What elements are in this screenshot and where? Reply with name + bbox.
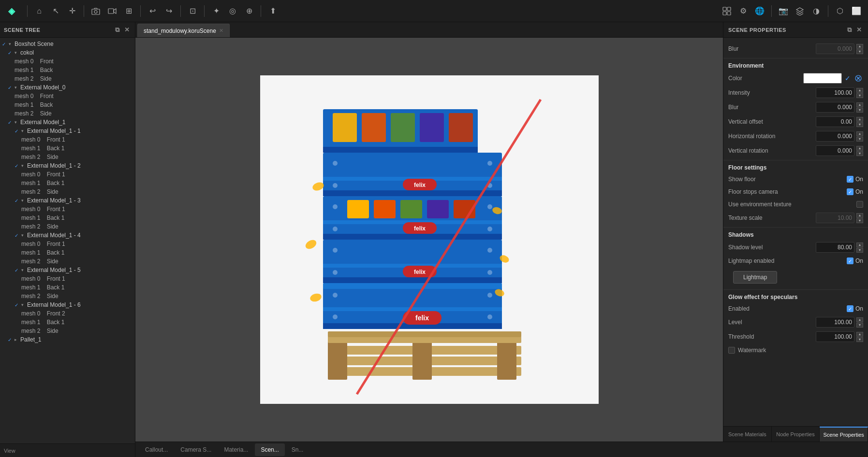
glow-threshold-input[interactable] — [816, 331, 854, 342]
list-item[interactable]: mesh 1 Back 1 — [0, 318, 135, 327]
select-icon[interactable]: ↖ — [49, 4, 62, 18]
add-view-icon[interactable]: ⊞ — [122, 4, 135, 18]
env-hrot-increment[interactable]: ▲ — [856, 131, 863, 136]
list-item[interactable]: mesh 1 Back 1 — [0, 283, 135, 292]
transform-icon[interactable]: ✦ — [209, 4, 223, 18]
tab-camera-s[interactable]: Camera S... — [175, 443, 217, 456]
list-item[interactable]: mesh 2 Side — [0, 327, 135, 335]
list-item[interactable]: mesh 0 Front 2 — [0, 309, 135, 318]
tab-close-icon[interactable]: ✕ — [219, 28, 223, 34]
list-item[interactable]: mesh 1 Back 1 — [0, 214, 135, 222]
texture-scale-decrement[interactable]: ▼ — [856, 218, 863, 223]
list-item[interactable]: ✓ ▾ External Model_1 - 1 — [0, 127, 135, 135]
list-item[interactable]: mesh 1 Back 1 — [0, 248, 135, 257]
list-item[interactable]: mesh 2 Side — [0, 187, 135, 196]
settings-icon[interactable]: ⚙ — [736, 4, 750, 18]
list-item[interactable]: mesh 1 Back — [0, 100, 135, 109]
list-item[interactable]: mesh 2 Side — [0, 109, 135, 118]
scene-view-icon[interactable] — [720, 4, 734, 18]
env-blur-decrement[interactable]: ▼ — [856, 108, 863, 113]
env-color-reset-icon[interactable] — [853, 73, 863, 84]
tab-scen[interactable]: Scen... — [255, 443, 284, 456]
lightmap-enabled-checkbox[interactable]: ✓ — [847, 257, 853, 264]
material2-icon[interactable]: ◎ — [226, 4, 239, 18]
list-item[interactable]: mesh 0 Front 1 — [0, 240, 135, 248]
env-blur-input[interactable] — [816, 102, 854, 113]
list-item[interactable]: ✓ ▾ External Model_1 - 6 — [0, 300, 135, 309]
scene-tree-content[interactable]: ✓ ▾ Boxshot Scene ✓ ▾ cokol mesh 0 Front… — [0, 38, 135, 443]
env-color-pick-icon[interactable]: ✓ — [843, 73, 853, 84]
viewport-canvas[interactable]: felix — [135, 38, 723, 442]
tab-materia[interactable]: Materia... — [218, 443, 254, 456]
scene-tree-close[interactable]: ✕ — [123, 26, 131, 34]
list-item[interactable]: ✓ ▾ External Model_1 - 3 — [0, 196, 135, 205]
floor-stops-camera-checkbox[interactable]: ✓ — [847, 188, 853, 195]
list-item[interactable]: mesh 1 Back 1 — [0, 144, 135, 153]
blur-top-decrement[interactable]: ▼ — [856, 49, 863, 54]
list-item[interactable]: ✓ ▾ External Model_1 - 5 — [0, 266, 135, 274]
properties-maximize[interactable]: ⧉ — [846, 26, 853, 34]
blur-top-increment[interactable]: ▲ — [856, 44, 863, 49]
move-icon[interactable]: ✛ — [65, 4, 79, 18]
blur-top-input[interactable] — [816, 43, 854, 54]
env-vrot-input[interactable] — [816, 145, 854, 156]
watermark-checkbox[interactable] — [728, 347, 735, 354]
list-item[interactable]: mesh 0 Front 1 — [0, 205, 135, 214]
env-intensity-input[interactable] — [816, 87, 854, 98]
texture-scale-input[interactable] — [816, 213, 854, 223]
scene-tree-maximize[interactable]: ⧉ — [114, 26, 121, 34]
list-item[interactable]: mesh 2 Side — [0, 74, 135, 83]
list-item[interactable]: mesh 1 Back — [0, 66, 135, 74]
list-item[interactable]: mesh 0 Front 1 — [0, 135, 135, 144]
list-item[interactable]: mesh 1 Back 1 — [0, 179, 135, 187]
home-icon[interactable]: ⌂ — [32, 4, 46, 18]
list-item[interactable]: mesh 0 Front 1 — [0, 274, 135, 283]
tab-scene-materials[interactable]: Scene Materials — [723, 427, 772, 442]
undo-icon[interactable]: ↩ — [146, 4, 159, 18]
view-link[interactable]: View — [4, 448, 15, 454]
glow-level-increment[interactable]: ▲ — [856, 317, 863, 322]
tab-callout[interactable]: Callout... — [139, 443, 174, 456]
list-item[interactable]: ✓ ▾ Boxshot Scene — [0, 40, 135, 48]
list-item[interactable]: ✓ ▾ External Model_1 - 2 — [0, 161, 135, 170]
viewport-tab-main[interactable]: stand_modulowy.koruScene ✕ — [137, 24, 230, 37]
list-item[interactable]: ✓ ▸ Pallet_1 — [0, 335, 135, 344]
env-voffset-decrement[interactable]: ▼ — [856, 122, 863, 127]
layers2-icon[interactable] — [793, 4, 807, 18]
glow-threshold-increment[interactable]: ▲ — [856, 332, 863, 337]
shadow-level-increment[interactable]: ▲ — [856, 243, 863, 247]
list-item[interactable]: mesh 0 Front — [0, 57, 135, 66]
redo-icon[interactable]: ↪ — [162, 4, 176, 18]
show-floor-checkbox[interactable]: ✓ — [847, 176, 853, 183]
env-intensity-increment[interactable]: ▲ — [856, 88, 863, 93]
tab-node-properties[interactable]: Node Properties — [772, 427, 820, 442]
env-hrot-decrement[interactable]: ▼ — [856, 137, 863, 142]
list-item[interactable]: mesh 0 Front — [0, 92, 135, 100]
env-hrot-input[interactable] — [816, 131, 854, 142]
list-item[interactable]: mesh 2 Side — [0, 153, 135, 161]
glow-level-input[interactable] — [816, 317, 854, 328]
list-item[interactable]: mesh 0 Front 1 — [0, 170, 135, 179]
glow-enabled-checkbox[interactable]: ✓ — [847, 305, 853, 312]
glow-level-decrement[interactable]: ▼ — [856, 323, 863, 328]
cam-icon[interactable]: 📷 — [777, 4, 790, 18]
render2-icon[interactable]: ◑ — [809, 4, 823, 18]
list-item[interactable]: ✓ ▾ External Model_1 - 4 — [0, 231, 135, 240]
env-blur-increment[interactable]: ▲ — [856, 102, 863, 107]
env-intensity-decrement[interactable]: ▼ — [856, 93, 863, 98]
video-icon[interactable] — [105, 4, 119, 18]
export-icon[interactable]: ⬆ — [266, 4, 280, 18]
fullscreen-icon[interactable]: ⬜ — [850, 4, 863, 18]
list-item[interactable]: ✓ ▾ cokol — [0, 48, 135, 57]
properties-close[interactable]: ✕ — [855, 26, 863, 34]
env-vrot-decrement[interactable]: ▼ — [856, 151, 863, 156]
camera-icon[interactable] — [89, 4, 103, 18]
list-item[interactable]: mesh 2 Side — [0, 292, 135, 300]
light2-icon[interactable]: ⊕ — [242, 4, 256, 18]
list-item[interactable]: mesh 2 Side — [0, 257, 135, 266]
obj-icon[interactable]: ⊡ — [186, 4, 199, 18]
list-item[interactable]: ✓ ▾ External Model_0 — [0, 83, 135, 92]
list-item[interactable]: ✓ ▾ External Model_1 — [0, 118, 135, 127]
lightmap-button[interactable]: Lightmap — [733, 271, 777, 284]
env-color-swatch[interactable] — [803, 73, 842, 84]
